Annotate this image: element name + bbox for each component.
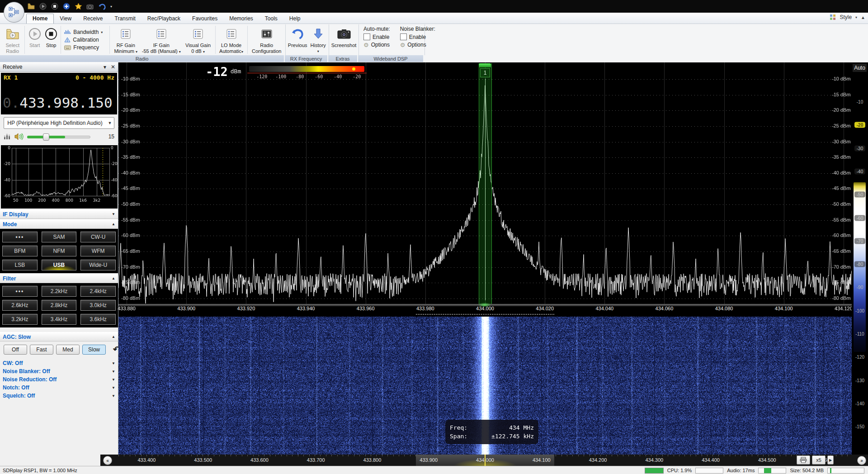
tuning-marker[interactable]: 1 bbox=[479, 63, 491, 304]
panel-menu-caret-icon[interactable]: ▼ bbox=[103, 65, 107, 70]
previous-button[interactable]: Previous bbox=[287, 25, 308, 55]
zoom-expand-button[interactable]: ▶ bbox=[827, 455, 834, 465]
noise-blanker-options[interactable]: ⚙Options bbox=[400, 42, 435, 48]
frequency-display[interactable]: RX 1 0 - 4000 Hz 0.433.998.150 bbox=[1, 73, 117, 114]
span-indicator[interactable] bbox=[416, 314, 554, 315]
palette-tick[interactable]: -30 bbox=[852, 145, 868, 151]
visual-gain-button[interactable]: Visual Gain 0 dB ▾ bbox=[182, 25, 213, 55]
favourite-star-icon[interactable] bbox=[74, 2, 82, 10]
palette-tick[interactable]: -90 bbox=[852, 285, 868, 290]
section-squelch-off[interactable]: Squelch: Off▼ bbox=[0, 392, 118, 400]
filter-3.6khz[interactable]: 3.6kHz bbox=[80, 314, 116, 325]
scroll-left-button[interactable]: « bbox=[103, 456, 112, 465]
audio-device-select[interactable]: HP (Périphérique High Definition Audio) … bbox=[4, 117, 114, 129]
palette-tick[interactable]: -70 bbox=[852, 238, 868, 244]
open-folder-icon[interactable] bbox=[27, 2, 35, 10]
palette-tick[interactable]: -150 bbox=[852, 424, 868, 429]
toolbar-overflow-caret[interactable]: ▾ bbox=[110, 5, 112, 9]
style-caret-icon[interactable]: ▾ bbox=[855, 15, 857, 19]
palette-tick[interactable]: -140 bbox=[852, 401, 868, 406]
section-if-display[interactable]: IF Display ▼ bbox=[0, 209, 118, 219]
palette-tick[interactable]: -60 bbox=[852, 215, 868, 221]
stop-icon[interactable] bbox=[51, 2, 59, 10]
history-button[interactable]: History ▾ bbox=[308, 25, 328, 55]
play-icon[interactable] bbox=[39, 2, 47, 10]
if-gain-button[interactable]: IF Gain -55 dB (Manual) ▾ bbox=[140, 25, 182, 55]
section-filter[interactable]: Filter ▲ bbox=[0, 274, 118, 283]
section-noise-reduction-off[interactable]: Noise Reduction: Off▼ bbox=[0, 375, 118, 384]
audio-spectrum-graph[interactable] bbox=[1, 145, 117, 209]
palette-tick[interactable]: -40 bbox=[852, 168, 868, 174]
tab-tools[interactable]: Tools bbox=[259, 14, 283, 24]
mode-lsb[interactable]: LSB bbox=[2, 260, 38, 270]
tab-favourites[interactable]: Favourites bbox=[186, 14, 223, 24]
stop-button[interactable]: Stop bbox=[43, 25, 60, 55]
bandwidth-button[interactable]: Bandwidth▾ bbox=[64, 29, 106, 35]
tuning-marker-flag[interactable]: 1 bbox=[480, 68, 490, 77]
speaker-icon[interactable] bbox=[14, 133, 24, 140]
zoom-factor-button[interactable]: x5 bbox=[812, 455, 826, 465]
equalizer-icon[interactable] bbox=[4, 133, 11, 140]
tab-home[interactable]: Home bbox=[26, 14, 54, 24]
noise-blanker-enable[interactable]: Enable bbox=[400, 33, 435, 40]
section-mode[interactable]: Mode ▲ bbox=[0, 219, 118, 229]
section-noise-blanker-off[interactable]: Noise Blanker: Off▼ bbox=[0, 367, 118, 375]
lo-mode-button[interactable]: LO Mode Automatic▾ bbox=[217, 25, 246, 55]
palette-auto-button[interactable]: Auto bbox=[853, 64, 867, 72]
style-button[interactable]: Style bbox=[840, 14, 852, 20]
palette-tick[interactable]: -20 bbox=[852, 122, 868, 128]
filter-2.8khz[interactable]: 2.8kHz bbox=[42, 300, 77, 311]
receive-panel-header[interactable]: Receive ▼ ✕ bbox=[0, 62, 118, 72]
agc-slow[interactable]: Slow bbox=[82, 345, 106, 355]
application-button[interactable] bbox=[4, 2, 24, 23]
camera-icon[interactable] bbox=[86, 2, 94, 10]
palette-tick[interactable]: -10 bbox=[852, 100, 868, 104]
filter-3.2khz[interactable]: 3.2kHz bbox=[2, 314, 38, 325]
filter-2.4khz[interactable]: 2.4kHz bbox=[80, 286, 116, 297]
mode-sam[interactable]: SAM bbox=[42, 232, 77, 242]
print-button[interactable] bbox=[797, 455, 810, 465]
auto-mute-options[interactable]: ⚙Options bbox=[363, 42, 390, 48]
section-notch-off[interactable]: Notch: Off▼ bbox=[0, 384, 118, 392]
panel-close-icon[interactable]: ✕ bbox=[111, 64, 115, 70]
add-icon[interactable] bbox=[62, 2, 71, 10]
scroll-right-button[interactable]: » bbox=[857, 456, 866, 465]
palette-tick[interactable]: -130 bbox=[852, 378, 868, 383]
auto-mute-enable[interactable]: Enable bbox=[363, 33, 390, 40]
palette-tick[interactable]: -50 bbox=[852, 192, 868, 198]
start-button[interactable]: Start bbox=[26, 25, 43, 55]
agc-fast[interactable]: Fast bbox=[30, 345, 53, 355]
calibration-button[interactable]: Calibration bbox=[64, 37, 106, 43]
tab-help[interactable]: Help bbox=[283, 14, 307, 24]
section-agc[interactable]: AGC: Slow ▲ bbox=[0, 332, 118, 341]
agc-med[interactable]: Med bbox=[56, 345, 80, 355]
palette-tick[interactable]: -100 bbox=[852, 308, 868, 313]
tab-rec-playback[interactable]: Rec/Playback bbox=[142, 14, 186, 24]
tab-receive[interactable]: Receive bbox=[77, 14, 108, 24]
filter-2.2khz[interactable]: 2.2kHz bbox=[42, 286, 77, 297]
palette-threshold-marker[interactable]: -20 bbox=[854, 122, 865, 128]
volume-slider-handle[interactable] bbox=[43, 133, 49, 141]
undo-icon[interactable] bbox=[98, 2, 106, 10]
frequency-button[interactable]: Frequency bbox=[64, 44, 106, 51]
mode-nfm[interactable]: NFM bbox=[42, 246, 77, 256]
tab-transmit[interactable]: Transmit bbox=[109, 14, 142, 24]
select-radio-button[interactable]: Select Radio bbox=[2, 25, 23, 55]
radio-configuration-button[interactable]: Radio Configuration bbox=[249, 25, 284, 55]
tab-memories[interactable]: Memories bbox=[223, 14, 259, 24]
rf-gain-button[interactable]: RF Gain Minimum ▾ bbox=[111, 25, 140, 55]
mode-wfm[interactable]: WFM bbox=[80, 246, 116, 256]
volume-slider[interactable] bbox=[27, 133, 90, 140]
filter--[interactable]: ••• bbox=[2, 286, 38, 297]
filter-2.6khz[interactable]: 2.6kHz bbox=[2, 300, 38, 311]
mode-bfm[interactable]: BFM bbox=[2, 246, 38, 256]
screenshot-button[interactable]: Screenshot bbox=[330, 25, 358, 55]
palette-tick[interactable]: -120 bbox=[852, 355, 868, 360]
section-cw-off[interactable]: CW: Off▼ bbox=[0, 359, 118, 367]
mode-usb[interactable]: USB bbox=[42, 260, 77, 270]
mode--[interactable]: ••• bbox=[2, 232, 38, 242]
frequency-digits[interactable]: 0.433.998.150 bbox=[3, 95, 113, 111]
filter-3.0khz[interactable]: 3.0kHz bbox=[80, 300, 116, 311]
tab-view[interactable]: View bbox=[54, 14, 77, 24]
waterfall-palette-bar[interactable]: Auto -10-20-30-40-50-60-70-80-90-100-110… bbox=[852, 62, 868, 466]
